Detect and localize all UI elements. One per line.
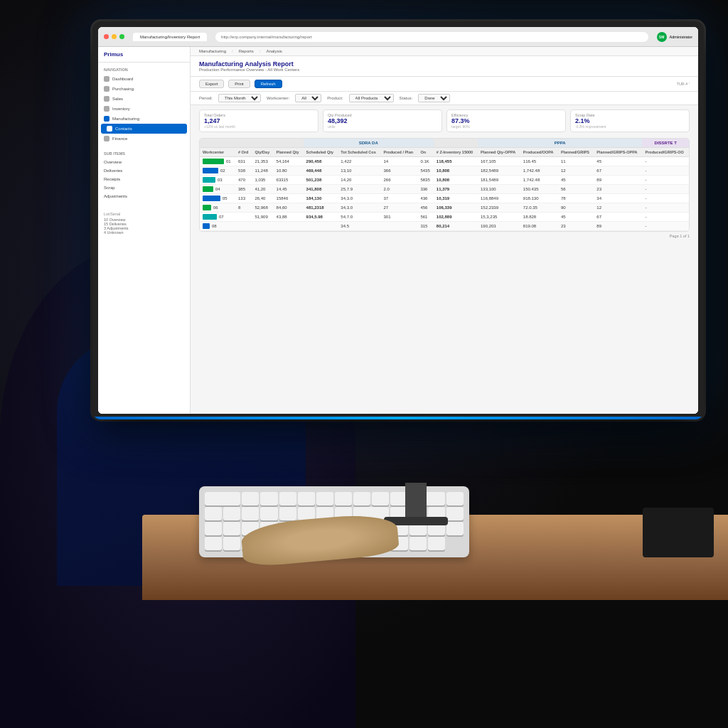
filter-prod-select[interactable]: All Products	[349, 94, 394, 102]
cell-prod-plan	[380, 222, 417, 231]
key[interactable]	[279, 507, 296, 520]
key[interactable]	[205, 522, 222, 535]
cell-qty-day: 52,968	[252, 203, 273, 213]
monitor-stand	[405, 483, 427, 522]
cell-tot-sched: 34,3.0	[338, 203, 380, 213]
key[interactable]	[242, 492, 259, 505]
sidebar-item-scrap[interactable]: Scrap	[98, 183, 190, 192]
breadcrumb-analysis[interactable]: Analysis	[266, 49, 282, 53]
th-z-inv[interactable]: # Z-Inventory 15000	[434, 148, 478, 157]
cell-sched-qty	[304, 222, 338, 231]
sidebar-item-deliveries[interactable]: Deliveries	[98, 166, 190, 175]
th-workcenter[interactable]: Workcenter	[200, 148, 235, 157]
th-qty-day[interactable]: Qty/Day	[252, 148, 273, 157]
table-row[interactable]: 01 631 21,353 54,164 290,458 1,422 14 0.…	[200, 157, 689, 166]
key[interactable]	[205, 507, 222, 520]
key[interactable]	[205, 492, 240, 505]
key[interactable]	[223, 507, 240, 520]
table-row[interactable]: 04 385 41,20 14,45 341,808 25,7.9 2.0 33…	[200, 185, 689, 194]
refresh-button[interactable]: Refresh	[255, 80, 282, 88]
sidebar-item-contacts[interactable]: Contacts	[101, 124, 187, 134]
cell-planned: 84,60	[274, 203, 304, 213]
status-bar: Page 1 of 1	[199, 232, 690, 240]
sidebar-item-purchasing[interactable]: Purchasing	[98, 84, 190, 94]
key[interactable]	[446, 522, 464, 535]
table-row[interactable]: 02 538 11,248 10.80 469,448 13,10 366 54…	[200, 166, 689, 176]
key[interactable]	[223, 522, 240, 535]
th-plan-oppa[interactable]: Planned Qty-OPPA	[478, 148, 520, 157]
breadcrumb-mfg[interactable]: Manufacturing	[199, 49, 226, 53]
sidebar-item-overview[interactable]: Overview	[98, 158, 190, 166]
key[interactable]	[410, 537, 427, 550]
table-row[interactable]: 03 470 1,035 63315 501,238 14,20 266 583…	[200, 176, 689, 185]
breadcrumb-sep2: /	[259, 49, 261, 53]
cell-prod-oopa: 150.435	[520, 185, 558, 194]
th-ord[interactable]: # Ord	[235, 148, 252, 157]
key[interactable]	[335, 492, 352, 505]
key[interactable]	[446, 492, 464, 505]
sidebar-label-contacts: Contacts	[115, 127, 132, 131]
group-pppa: PPPA	[478, 139, 642, 148]
filter-wc-select[interactable]: All	[295, 94, 321, 102]
sidebar-label-receipts: Receipts	[104, 177, 120, 181]
key[interactable]	[298, 492, 315, 505]
th-tot-sched[interactable]: Tot Scheduled Cos	[338, 148, 380, 157]
window-minimize-dot[interactable]	[112, 34, 117, 39]
filter-status-select[interactable]: Done	[418, 94, 450, 102]
key[interactable]	[260, 507, 277, 520]
sidebar-label-adjustments: Adjustments	[104, 194, 127, 198]
sidebar-item-dashboard[interactable]: Dashboard	[98, 74, 190, 84]
page-header: Manufacturing Analysis Report Production…	[191, 56, 698, 77]
th-prod-oopa[interactable]: Produced/OOPA	[520, 148, 558, 157]
window-maximize-dot[interactable]	[119, 34, 124, 39]
sidebar-item-inventory[interactable]: Inventory	[98, 104, 190, 114]
cell-prod-oopa: 1,742.48	[520, 166, 558, 176]
key[interactable]	[353, 492, 370, 505]
user-area: SM Administrator	[657, 32, 692, 42]
key[interactable]	[223, 537, 240, 550]
th-planned[interactable]: Planned Qty	[274, 148, 304, 157]
key[interactable]	[428, 537, 445, 550]
cell-sched-qty: 481,2318	[304, 203, 338, 213]
th-prod-plan[interactable]: Produced / Plan	[380, 148, 417, 157]
export-button[interactable]: Export	[199, 80, 224, 88]
key[interactable]	[242, 507, 259, 520]
key[interactable]	[260, 492, 277, 505]
sidebar-item-receipts[interactable]: Receipts	[98, 175, 190, 183]
th-prod-grips[interactable]: Produced/GRIPS-OO	[642, 148, 689, 157]
table-row[interactable]: 05 133 26,40 15846 184,130 34,3.0 37 436…	[200, 194, 689, 203]
breadcrumb-reports[interactable]: Reports	[239, 49, 254, 53]
cell-tot-sched: 13,10	[338, 166, 380, 176]
cell-prod-plan: 2.0	[380, 185, 417, 194]
sidebar-item-sales[interactable]: Sales	[98, 94, 190, 104]
table-row[interactable]: 08 34.5 315 80,214 190,203 819.08 23 89 …	[200, 222, 689, 231]
sidebar-item-adjustments[interactable]: Adjustments	[98, 192, 190, 200]
th-sched-qty[interactable]: Scheduled Qty	[304, 148, 338, 157]
key[interactable]	[446, 507, 464, 520]
cell-z-inv: 10,319	[434, 194, 478, 203]
cell-workcenter: 01	[200, 157, 235, 166]
sidebar-item-manufacturing[interactable]: Manufacturing	[98, 114, 190, 124]
sidebar-label-scrap: Scrap	[104, 186, 115, 190]
window-close-dot[interactable]	[104, 34, 109, 39]
table-row[interactable]: 06 8 52,968 84,60 481,2318 34,3.0 27 456…	[200, 203, 689, 213]
filter-period-select[interactable]: This Month	[218, 94, 261, 102]
cell-on: 336	[417, 185, 433, 194]
key[interactable]	[205, 537, 222, 550]
th-plan-grips-oppa[interactable]: Planned/GRIPS-OPPA	[594, 148, 642, 157]
browser-tab[interactable]: Manufacturing/Inventory Report	[133, 33, 207, 41]
key[interactable]	[372, 492, 389, 505]
print-button[interactable]: Print	[228, 80, 250, 88]
th-plan-grips[interactable]: Planned/GRIPS	[558, 148, 594, 157]
cell-z-inv: 11,379	[434, 185, 478, 194]
table-row[interactable]: 07 51,909 43,88 934,5.98 54,7.0 301 561 …	[200, 213, 689, 222]
sidebar-item-finance[interactable]: Finance	[98, 134, 190, 144]
cell-on: 561	[417, 213, 433, 222]
cell-ord: 385	[235, 185, 252, 194]
key[interactable]	[279, 492, 296, 505]
sidebar-label-mfg: Manufacturing	[112, 117, 139, 121]
card-orders-sub: +12% vs last month	[204, 124, 314, 129]
th-on[interactable]: On	[417, 148, 433, 157]
url-bar[interactable]: http://erp.company.internal/manufacturin…	[215, 32, 648, 42]
key[interactable]	[316, 492, 333, 505]
